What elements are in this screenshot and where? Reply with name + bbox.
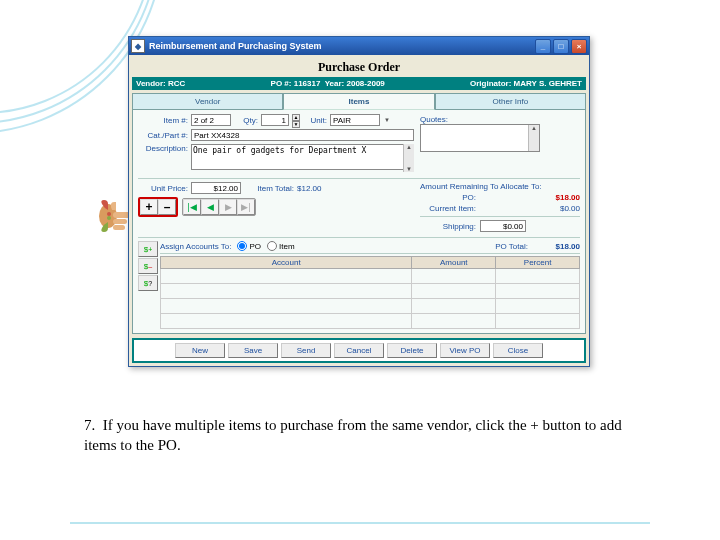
view-po-button[interactable]: View PO	[440, 343, 490, 358]
add-item-button[interactable]: +	[140, 199, 158, 215]
send-button[interactable]: Send	[281, 343, 331, 358]
scroll-down-icon[interactable]: ▼	[404, 166, 414, 172]
scroll-up-icon[interactable]: ▲	[529, 125, 539, 131]
account-add-button[interactable]: $+	[138, 241, 158, 257]
item-number-label: Item #:	[138, 116, 188, 125]
po-amt-value: $18.00	[534, 193, 580, 202]
minimize-button[interactable]: _	[535, 39, 551, 54]
account-remove-button[interactable]: $–	[138, 258, 158, 274]
cat-part-field[interactable]	[191, 129, 414, 141]
accounts-table: Account Amount Percent	[160, 256, 580, 329]
unit-price-label: Unit Price:	[138, 184, 188, 193]
info-bar: Vendor: RCC PO #: 116317 Year: 2008-2009…	[132, 77, 586, 90]
table-row[interactable]	[161, 299, 580, 314]
app-icon: ◆	[131, 39, 145, 53]
save-button[interactable]: Save	[228, 343, 278, 358]
svg-rect-3	[113, 225, 125, 230]
item-number-field[interactable]	[191, 114, 231, 126]
qty-field[interactable]	[261, 114, 289, 126]
cancel-button[interactable]: Cancel	[334, 343, 384, 358]
unit-dropdown-icon[interactable]: ▼	[383, 117, 391, 123]
po-total-label: PO Total:	[495, 242, 528, 251]
items-panel: Item #: Qty: ▲▼ Unit: ▼ Cat./Part #:	[132, 109, 586, 334]
quotes-label: Quotes:	[420, 115, 448, 124]
maximize-button[interactable]: □	[553, 39, 569, 54]
po-total-value: $18.00	[534, 242, 580, 251]
record-nav-group: |◀ ◀ ▶ ▶|	[182, 198, 256, 216]
tab-items[interactable]: Items	[283, 93, 434, 110]
tab-vendor[interactable]: Vendor	[132, 93, 283, 110]
col-percent: Percent	[496, 257, 580, 269]
col-account: Account	[161, 257, 412, 269]
table-row[interactable]	[161, 314, 580, 329]
assign-item-radio[interactable]: Item	[267, 241, 295, 251]
curitem-amt-value: $0.00	[534, 204, 580, 213]
window-close-button[interactable]: ×	[571, 39, 587, 54]
table-row[interactable]	[161, 269, 580, 284]
qty-up-icon[interactable]: ▲	[292, 114, 300, 121]
account-lookup-button[interactable]: $?	[138, 275, 158, 291]
page-title: Purchase Order	[132, 58, 586, 77]
instruction-text: 7. If you have multiple items to purchas…	[84, 416, 648, 455]
table-row[interactable]	[161, 284, 580, 299]
nav-next-button[interactable]: ▶	[219, 199, 237, 215]
delete-button[interactable]: Delete	[387, 343, 437, 358]
assign-po-radio[interactable]: PO	[237, 241, 261, 251]
item-total-value: $12.00	[297, 184, 321, 193]
window-titlebar: ◆ Reimbursement and Purchasing System _ …	[129, 37, 589, 55]
tab-other-info[interactable]: Other Info	[435, 93, 586, 110]
col-amount: Amount	[412, 257, 496, 269]
add-remove-item-group: + –	[138, 197, 178, 217]
curitem-amt-label: Current Item:	[420, 204, 476, 213]
item-total-label: Item Total:	[244, 184, 294, 193]
action-bar: New Save Send Cancel Delete View PO Clos…	[132, 338, 586, 363]
qty-label: Qty:	[234, 116, 258, 125]
po-amt-label: PO:	[420, 193, 476, 202]
assign-accounts-label: Assign Accounts To:	[160, 242, 231, 251]
footer-decor-line	[70, 522, 650, 524]
app-window: ◆ Reimbursement and Purchasing System _ …	[128, 36, 590, 367]
quotes-listbox[interactable]: ▲	[420, 124, 540, 152]
shipping-field[interactable]	[480, 220, 526, 232]
unit-price-field[interactable]	[191, 182, 241, 194]
shipping-label: Shipping:	[420, 222, 476, 231]
cat-part-label: Cat./Part #:	[138, 131, 188, 140]
close-button[interactable]: Close	[493, 343, 543, 358]
window-title: Reimbursement and Purchasing System	[149, 41, 322, 51]
unit-field[interactable]	[330, 114, 380, 126]
nav-last-button[interactable]: ▶|	[237, 199, 255, 215]
amount-remaining-label: Amount Remaining To Allocate To:	[420, 182, 580, 191]
qty-down-icon[interactable]: ▼	[292, 121, 300, 128]
description-field[interactable]: One pair of gadgets for Department X	[191, 144, 414, 170]
new-button[interactable]: New	[175, 343, 225, 358]
unit-label: Unit:	[303, 116, 327, 125]
svg-point-5	[107, 216, 111, 220]
svg-point-4	[107, 212, 111, 216]
nav-first-button[interactable]: |◀	[183, 199, 201, 215]
nav-prev-button[interactable]: ◀	[201, 199, 219, 215]
remove-item-button[interactable]: –	[158, 199, 176, 215]
svg-rect-2	[113, 219, 127, 224]
description-label: Description:	[138, 144, 188, 153]
